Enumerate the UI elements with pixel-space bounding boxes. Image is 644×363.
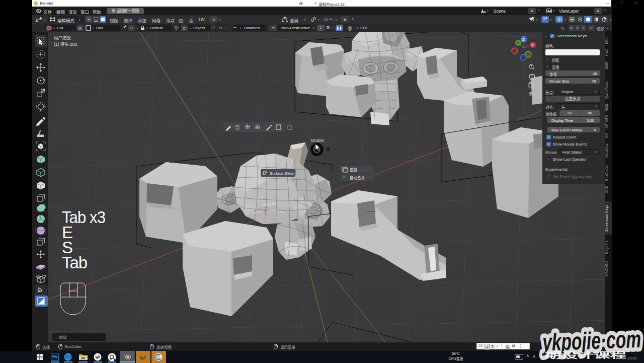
svg-text:Tab: Tab [62,253,87,272]
svg-text:› 缩放: › 缩放 [56,335,67,340]
svg-text:X: X [531,43,534,47]
svg-text:Modes: Modes [311,138,324,143]
svg-text:Z: Z [522,38,525,41]
svg-text:用户透视: 用户透视 [54,35,71,40]
svg-text:Surface Slide: Surface Slide [270,171,294,176]
svg-text:自动合并: 自动合并 [350,175,365,180]
svg-text:(1) 模头.002: (1) 模头.002 [54,42,77,47]
svg-text:Y: Y [517,41,519,45]
svg-text:遮挡: 遮挡 [350,167,357,172]
svg-text:期设计课程: 期设计课程 [545,350,626,359]
